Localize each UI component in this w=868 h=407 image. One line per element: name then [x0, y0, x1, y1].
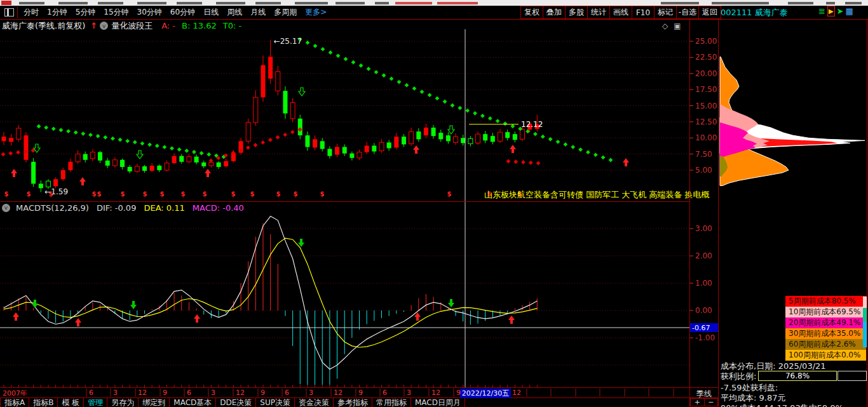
- macd-axis-label: -1.00: [695, 333, 715, 342]
- period-1分钟[interactable]: 1分钟: [47, 8, 67, 17]
- scrollbar-segment: [863, 297, 867, 308]
- timeline-label: 6: [89, 389, 93, 397]
- last-price-label: 12.12: [521, 120, 543, 129]
- svg-text:$: $: [294, 190, 298, 197]
- pane-corner-icons: ◇ ▣: [662, 22, 681, 30]
- chevron-down-icon[interactable]: v: [100, 22, 108, 30]
- svg-text:$: $: [97, 190, 102, 197]
- timeline-label: 12: [138, 389, 147, 397]
- svg-text:$: $: [160, 190, 165, 197]
- scrollbar-segment: [863, 308, 867, 322]
- period-15分钟[interactable]: 15分钟: [104, 8, 128, 17]
- toolbar-button-标记[interactable]: 标记: [654, 6, 677, 19]
- stock-info-bar: 威海广泰(季线.前复权) ↑ v 量化波段王 A: - B: 13.62 T0:…: [0, 20, 718, 32]
- zoom-controls: + −: [690, 398, 718, 406]
- macd-indicator-name: MACDTS(12,26,9): [16, 203, 89, 213]
- period-5分钟[interactable]: 5分钟: [76, 8, 96, 17]
- up-arrow-icon: ↑: [90, 21, 97, 30]
- stock-code: 002111: [721, 8, 752, 17]
- toolbar-button-统计[interactable]: 统计: [588, 6, 610, 19]
- play-icon[interactable]: ▶: [827, 6, 835, 17]
- price-axis-label: 5.00: [695, 166, 712, 175]
- svg-text:$: $: [250, 190, 255, 197]
- price-axis-label: 7.50: [695, 150, 712, 159]
- legend-row: 10周期前成本69.5%: [785, 307, 866, 317]
- corner-icons: ≣ ▶ ➤ ▦: [818, 6, 853, 17]
- svg-text:$: $: [92, 190, 97, 197]
- timeline-label: 3: [309, 389, 313, 397]
- macd-dea-value: DEA: 0.11: [144, 203, 184, 213]
- tab-SUP决策[interactable]: SUP决策: [256, 398, 295, 407]
- menu-text-fragment: [788, 2, 813, 4]
- toolbar-button-多股[interactable]: 多股: [566, 6, 588, 19]
- price-axis-label: 20.00: [695, 69, 717, 78]
- period-日线[interactable]: 日线: [203, 8, 219, 17]
- period-月线[interactable]: 月线: [250, 8, 266, 17]
- toolbar-button-返回[interactable]: 返回: [699, 6, 721, 19]
- menu-text-fragment: [826, 2, 835, 4]
- svg-text:$: $: [518, 190, 522, 197]
- stock-tag[interactable]: 002111 威海广泰: [721, 7, 788, 18]
- price-axis-label: 17.50: [695, 85, 717, 94]
- diamond-icon[interactable]: ◇: [662, 22, 668, 30]
- profit-ratio-remainder: [837, 371, 867, 381]
- macd-axis-label: 2.00: [695, 251, 712, 260]
- period-多周期[interactable]: 多周期: [274, 8, 297, 17]
- legend-row: 30周期前成本35.0%: [785, 328, 866, 339]
- toolbar-button-F10[interactable]: F10: [632, 6, 654, 19]
- menu-text-fragment: [19, 2, 44, 4]
- svg-text:$: $: [203, 190, 207, 197]
- divider: [17, 7, 18, 18]
- toolbar-button--自选[interactable]: -自选: [677, 6, 699, 19]
- kline-icon[interactable]: ≣: [818, 6, 825, 16]
- tab-指标B[interactable]: 指标B: [29, 398, 58, 407]
- macd-header: v MACDTS(12,26,9) DIF: -0.09 DEA: 0.11 M…: [0, 203, 689, 213]
- timeline-label: 6: [383, 389, 387, 397]
- svg-text:$: $: [276, 190, 281, 197]
- tab-管理[interactable]: 管理: [84, 398, 107, 407]
- toolbar-button-叠加[interactable]: 叠加: [543, 6, 566, 19]
- period-30分钟[interactable]: 30分钟: [137, 8, 162, 17]
- panel-toggle-icon[interactable]: ▣: [674, 22, 681, 30]
- toolbar-button-画线[interactable]: 画线: [610, 6, 632, 19]
- crosshair-value-label: -0.67: [692, 324, 710, 332]
- menu-text-fragment: [295, 2, 328, 4]
- chevron-down-icon[interactable]: v: [2, 204, 10, 212]
- toolbar-button-复权[interactable]: 复权: [520, 6, 543, 19]
- cost-distribution-panel: 5周期前成本80.5%10周期前成本69.5%20周期前成本49.1%30周期前…: [719, 20, 868, 407]
- peak-price-label: ←25.17: [274, 37, 302, 46]
- grid-icon[interactable]: ▦: [846, 6, 853, 16]
- timeline-label: 9: [358, 389, 363, 397]
- arrow-right-icon[interactable]: ➤: [837, 6, 844, 16]
- tab-DDE决策[interactable]: DDE决策: [216, 398, 256, 407]
- tab-MACD基本[interactable]: MACD基本: [170, 398, 216, 407]
- tab-模 板[interactable]: 模 板: [58, 398, 84, 407]
- svg-text:$: $: [143, 190, 147, 197]
- zoom-in-button[interactable]: +: [690, 398, 704, 406]
- tab-参考指标[interactable]: 参考指标: [334, 398, 372, 407]
- menu-text-fragment: [255, 2, 281, 4]
- cost-concentration-line: 90%成本4.44-17.93集中59.9%: [721, 403, 843, 407]
- period-60分钟[interactable]: 60分钟: [170, 8, 195, 17]
- period-分时[interactable]: 分时: [24, 8, 39, 17]
- period-周线[interactable]: 周线: [227, 8, 242, 17]
- menu-text-fragment: [216, 2, 245, 4]
- menu-text-fragment: [177, 2, 202, 4]
- tab-绑定到[interactable]: 绑定到: [139, 398, 170, 407]
- indicator-a-value: A: -: [161, 21, 175, 30]
- timeline-label: 12: [236, 389, 245, 397]
- profit-ratio-bar: 76.8%: [758, 371, 837, 381]
- layout-icon[interactable]: [4, 8, 14, 17]
- svg-text:$: $: [231, 190, 236, 197]
- tab-MACD日周月[interactable]: MACD日周月: [411, 398, 465, 407]
- tab-指标A[interactable]: 指标A: [0, 398, 29, 407]
- svg-text:$: $: [447, 190, 452, 197]
- timeline[interactable]: 2007年 2022/12/30五 12 季线 6312963129631296…: [0, 388, 718, 397]
- more-periods-button[interactable]: 更多>: [305, 7, 327, 18]
- zoom-out-button[interactable]: −: [704, 398, 719, 406]
- period-items: 分时1分钟5分钟15分钟30分钟60分钟日线周线月线多周期: [24, 7, 305, 18]
- menu-text-fragment: [375, 2, 389, 4]
- tab-资金决策[interactable]: 资金决策: [295, 398, 334, 407]
- tab-另存为[interactable]: 另存为: [107, 398, 139, 407]
- tab-常用指标[interactable]: 常用指标: [372, 398, 411, 407]
